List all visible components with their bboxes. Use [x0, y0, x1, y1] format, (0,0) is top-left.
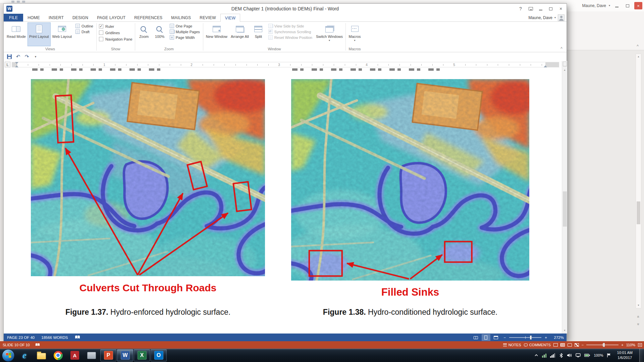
save-button[interactable] [6, 53, 13, 60]
reading-view-button[interactable] [568, 343, 572, 347]
taskbar-generic-app[interactable] [84, 349, 100, 361]
scroll-up-icon[interactable]: ▲ [636, 54, 641, 59]
taskbar-chrome[interactable] [50, 349, 66, 361]
zoom-slider[interactable] [509, 337, 541, 338]
navigation-pane-checkbox[interactable]: Navigation Pane [98, 36, 133, 42]
tab-file[interactable]: FILE [4, 14, 23, 21]
user-avatar[interactable] [558, 14, 565, 21]
horizontal-ruler[interactable]: 1 2 3 4 5 [12, 62, 559, 67]
hidden-icons-button[interactable] [534, 353, 538, 357]
hanging-indent-marker[interactable] [15, 64, 18, 67]
ppt-zoom-slider[interactable] [586, 345, 619, 345]
switch-windows-button[interactable]: Switch Windows ▾ [314, 22, 344, 46]
user-name[interactable]: Maune, Dave [529, 15, 552, 20]
help-button[interactable]: ? [516, 4, 526, 13]
zoom-slider-thumb[interactable] [530, 336, 532, 340]
macros-button[interactable]: Macros ▾ [347, 22, 363, 46]
tab-insert[interactable]: INSERT [44, 14, 68, 21]
document-page[interactable]: Culverts Cut Through Roads Filled Sinks … [4, 68, 567, 334]
figure-1-37-annotation-label[interactable]: Culverts Cut Through Roads [31, 282, 265, 294]
battery-icon[interactable] [584, 354, 590, 357]
ppt-zoom-percentage[interactable]: 110% [626, 343, 635, 347]
taskbar-clock[interactable]: 10:01 AM 1/6/2017 [617, 350, 633, 360]
notes-button[interactable]: NOTES [503, 343, 521, 347]
slide-sorter-view-button[interactable] [560, 343, 565, 347]
redo-button[interactable]: ↷ [23, 53, 31, 60]
print-layout-button[interactable]: Print Layout [28, 22, 51, 46]
arrange-all-button[interactable]: Arrange All [229, 22, 251, 46]
page-indicator[interactable]: PAGE 23 OF 40 [4, 336, 38, 340]
view-side-by-side-button[interactable]: View Side by Side [267, 23, 314, 28]
ppt-close-button[interactable]: × [634, 2, 642, 9]
web-layout-button[interactable]: Web Layout [51, 22, 74, 46]
tab-page-layout[interactable]: PAGE LAYOUT [93, 14, 130, 21]
battery-percentage[interactable]: 100% [594, 353, 603, 357]
tab-mailings[interactable]: MAILINGS [167, 14, 195, 21]
powerpoint-window[interactable]: Maune, Dave ▾ × ^ ▲ ▼ « » [567, 0, 644, 341]
tab-design[interactable]: DESIGN [68, 14, 93, 21]
ppt-qat-icon[interactable] [22, 1, 25, 3]
draft-button[interactable]: Draft [74, 29, 95, 34]
multiple-pages-button[interactable]: Multiple Pages [168, 29, 201, 34]
split-button[interactable]: Split [251, 22, 266, 46]
outline-button[interactable]: Outline [74, 23, 95, 28]
show-desktop-button[interactable] [639, 349, 644, 362]
bluetooth-icon[interactable] [559, 353, 564, 358]
ppt-user-name[interactable]: Maune, Dave [582, 3, 606, 8]
scroll-down-icon[interactable]: ▼ [636, 303, 641, 308]
synchronous-scrolling-button[interactable]: Synchronous Scrolling [267, 29, 314, 34]
ppt-qat-icon[interactable] [11, 1, 14, 3]
taskbar-file-explorer[interactable] [33, 349, 49, 361]
taskbar-excel[interactable]: X [134, 349, 150, 361]
collapse-ribbon-button[interactable]: ^ [560, 46, 562, 51]
maximize-button[interactable] [546, 4, 556, 13]
ppt-scrollbar-thumb[interactable] [637, 201, 640, 224]
ppt-zoom-slider-thumb[interactable] [603, 343, 605, 347]
network-icon[interactable] [576, 353, 581, 358]
reset-window-position-button[interactable]: Reset Window Position [267, 35, 314, 40]
figure-1-37-caption[interactable]: Figure 1.37. Hydro-enforced hydrologic s… [31, 308, 265, 317]
read-mode-view-button[interactable] [472, 334, 480, 341]
minimize-button[interactable] [536, 4, 546, 13]
taskbar-internet-explorer[interactable]: e [16, 349, 33, 361]
ppt-minimize-button[interactable] [613, 2, 621, 9]
word-vertical-scrollbar[interactable]: ▲ ▼ [562, 61, 567, 334]
ppt-scrollbar[interactable]: ▲ ▼ [636, 54, 641, 308]
page-width-button[interactable]: Page Width [168, 35, 201, 40]
slide-indicator[interactable]: SLIDE 10 OF 10 [0, 343, 33, 347]
read-mode-button[interactable]: Read Mode [5, 22, 28, 46]
web-layout-view-button[interactable] [492, 334, 500, 341]
zoom-percentage[interactable]: 272% [550, 336, 564, 340]
ruler-toggle-button[interactable] [563, 62, 567, 66]
signal-strength-icon[interactable] [550, 353, 555, 358]
taskbar-outlook[interactable]: O [151, 349, 167, 361]
tab-references[interactable]: REFERENCES [130, 14, 167, 21]
close-button[interactable]: × [556, 4, 566, 13]
word-count[interactable]: 18566 WORDS [38, 336, 71, 340]
one-page-button[interactable]: One Page [168, 23, 201, 28]
normal-view-button[interactable] [553, 343, 558, 347]
ppt-zoom-in-button[interactable]: + [621, 343, 623, 347]
figure-1-37-dem-image[interactable] [31, 79, 265, 276]
taskbar-word[interactable]: W [117, 349, 133, 361]
tab-home[interactable]: HOME [23, 14, 44, 21]
zoom-out-button[interactable]: − [502, 336, 508, 340]
scrollbar-thumb[interactable] [563, 191, 567, 227]
fit-slide-to-window-button[interactable] [638, 343, 642, 347]
tab-review[interactable]: REVIEW [195, 14, 220, 21]
ppt-restore-button[interactable] [624, 2, 632, 9]
taskbar-powerpoint[interactable]: P [100, 349, 116, 361]
figure-1-38-dem-image[interactable] [291, 79, 529, 281]
ruler-checkbox[interactable]: ✓Ruler [98, 23, 133, 29]
new-window-button[interactable]: New Window [204, 22, 229, 46]
previous-slide-button[interactable]: « [636, 314, 641, 320]
undo-button[interactable]: ↶ [14, 53, 22, 60]
customize-qat-button[interactable]: ▾ [32, 53, 39, 60]
ppt-zoom-out-button[interactable]: − [582, 343, 584, 347]
zoom-100-button[interactable]: 100% [152, 22, 168, 46]
slideshow-button[interactable] [575, 343, 579, 347]
print-layout-view-button[interactable] [482, 334, 490, 341]
next-slide-button[interactable]: » [636, 321, 641, 327]
start-button[interactable] [2, 349, 14, 362]
figure-1-38-caption[interactable]: Figure 1.38. Hydro-conditioned hydrologi… [291, 308, 529, 317]
